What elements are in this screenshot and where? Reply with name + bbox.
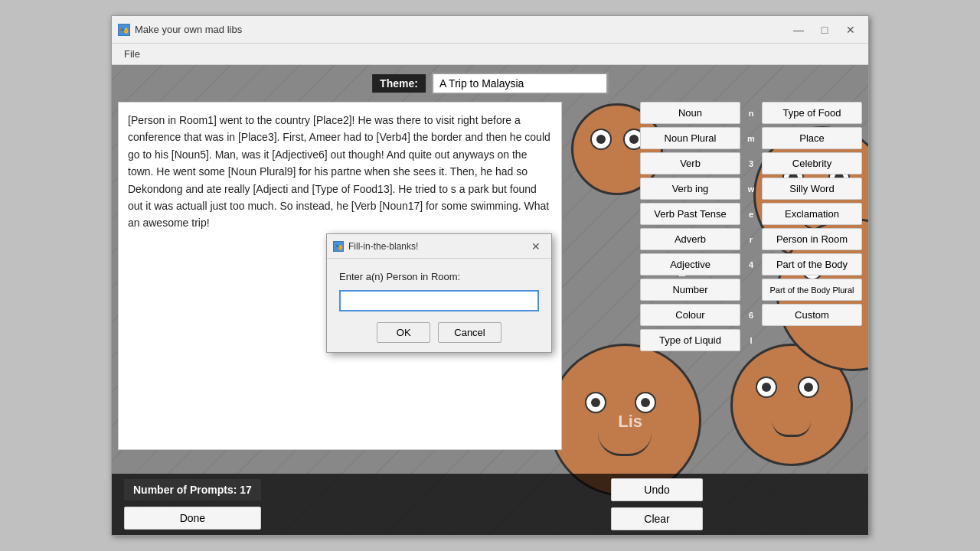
content-area: Lis p 2 Theme: [Person in Room1] went to… xyxy=(112,65,868,535)
app-icon: 🎭 xyxy=(118,24,130,36)
btn-adjective[interactable]: Adjective xyxy=(640,253,740,276)
btn-noun-plural[interactable]: Noun Plural xyxy=(640,127,740,149)
maximize-button[interactable]: □ xyxy=(813,21,836,39)
dialog-icon: 🎭 xyxy=(333,241,344,252)
btn-type-of-liquid[interactable]: Type of Liquid xyxy=(640,329,740,351)
dialog-input[interactable] xyxy=(339,290,539,311)
btn-colour[interactable]: Colour xyxy=(640,304,740,326)
hotkey-l: l xyxy=(743,329,759,351)
window-title: Make your own mad libs xyxy=(135,24,782,35)
clear-button[interactable]: Clear xyxy=(611,507,703,530)
file-menu[interactable]: File xyxy=(118,47,146,61)
hotkey-4: 4 xyxy=(743,253,759,276)
btn-place[interactable]: Place xyxy=(762,127,862,149)
title-controls: — □ ✕ xyxy=(787,21,862,39)
hotkey-lis xyxy=(743,279,759,301)
theme-label: Theme: xyxy=(372,74,426,93)
dialog-prompt-text: Enter a(n) Person in Room: xyxy=(339,271,539,282)
story-text: [Person in Room1] went to the country [P… xyxy=(128,114,550,229)
dialog-close-button[interactable]: ✕ xyxy=(527,239,545,254)
word-buttons-panel: Noun n Type of Food Noun Plural m Place … xyxy=(640,102,862,492)
close-button[interactable]: ✕ xyxy=(839,21,862,39)
hotkey-n: n xyxy=(743,102,759,124)
dialog-title: Fill-in-the-blanks! xyxy=(348,241,522,252)
btn-celebrity[interactable]: Celebrity xyxy=(762,152,862,174)
btn-custom[interactable]: Custom xyxy=(762,304,862,326)
btn-verb-ing[interactable]: Verb ing xyxy=(640,178,740,200)
dialog-title-bar: 🎭 Fill-in-the-blanks! ✕ xyxy=(327,234,551,259)
title-bar: 🎭 Make your own mad libs — □ ✕ xyxy=(112,16,868,44)
main-window: 🎭 Make your own mad libs — □ ✕ File xyxy=(111,15,869,536)
bottom-left: Number of Prompts: 17 Done xyxy=(124,479,261,530)
undo-button[interactable]: Undo xyxy=(611,478,703,501)
pupil-7 xyxy=(596,135,606,144)
hotkey-e: e xyxy=(743,203,759,225)
hotkey-m: m xyxy=(743,127,759,149)
pupil-8 xyxy=(629,135,639,144)
eye-left-4 xyxy=(590,129,612,150)
btn-exclamation[interactable]: Exclamation xyxy=(762,203,862,225)
hotkey-r: r xyxy=(743,228,759,250)
dialog-ok-button[interactable]: OK xyxy=(377,322,430,343)
bottom-action-buttons: Undo Clear xyxy=(611,478,703,530)
lis-watermark: Lis xyxy=(618,412,642,432)
dialog-body: Enter a(n) Person in Room: OK Cancel xyxy=(327,259,551,352)
dialog-fill-blanks: 🎭 Fill-in-the-blanks! ✕ Enter a(n) Perso… xyxy=(326,233,552,353)
btn-type-of-food[interactable]: Type of Food xyxy=(762,102,862,124)
menu-bar: File xyxy=(112,44,868,65)
theme-input[interactable] xyxy=(432,73,608,94)
btn-verb[interactable]: Verb xyxy=(640,152,740,174)
minimize-button[interactable]: — xyxy=(787,21,810,39)
btn-person-in-room[interactable]: Person in Room xyxy=(762,228,862,250)
btn-adverb[interactable]: Adverb xyxy=(640,228,740,250)
eye-left-3 xyxy=(585,392,606,413)
done-button[interactable]: Done xyxy=(124,507,261,530)
dialog-cancel-button[interactable]: Cancel xyxy=(438,322,501,343)
bottom-bar: Number of Prompts: 17 Done Undo Clear xyxy=(112,474,868,535)
prompts-count: Number of Prompts: 17 xyxy=(124,479,261,500)
btn-part-of-body-plural[interactable]: Part of the Body Plural xyxy=(762,279,862,301)
btn-part-of-body[interactable]: Part of the Body xyxy=(762,253,862,276)
hotkey-w: w xyxy=(743,178,759,200)
btn-verb-past-tense[interactable]: Verb Past Tense xyxy=(640,203,740,225)
btn-noun[interactable]: Noun xyxy=(640,102,740,124)
pupil-5 xyxy=(591,398,600,407)
dialog-buttons: OK Cancel xyxy=(339,322,539,343)
hotkey-6: 6 xyxy=(743,304,759,326)
hotkey-3: 3 xyxy=(743,152,759,174)
theme-bar: Theme: xyxy=(372,73,608,94)
btn-number[interactable]: Number xyxy=(640,279,740,301)
btn-silly-word[interactable]: Silly Word xyxy=(762,178,862,200)
